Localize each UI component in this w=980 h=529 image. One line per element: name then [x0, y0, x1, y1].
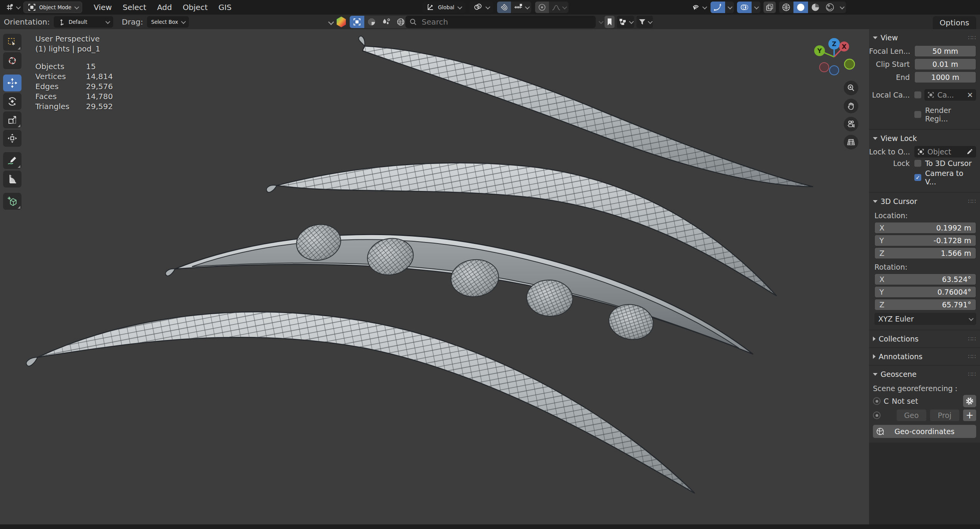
stat-row: Edges29,576 — [35, 81, 113, 91]
tool-orientation-dropdown[interactable]: Default — [54, 16, 114, 28]
camera-view-button[interactable] — [844, 117, 858, 131]
bean-pod-mesh-4[interactable] — [26, 312, 695, 493]
menu-select[interactable]: Select — [118, 1, 151, 13]
gizmo-axis-y[interactable]: Y — [814, 45, 825, 56]
rotation-mode-dropdown[interactable]: XYZ Euler — [874, 313, 976, 325]
overlays-group — [737, 2, 760, 13]
chevron-down-icon[interactable] — [599, 19, 604, 24]
gizmo-axis-z[interactable]: Z — [828, 38, 840, 50]
proj-button[interactable]: Proj — [930, 410, 960, 421]
3d-viewport-canvas[interactable] — [0, 29, 869, 524]
toolbar — [3, 34, 22, 211]
tool-transform[interactable] — [3, 130, 21, 147]
gizmo-settings-dropdown[interactable] — [725, 2, 734, 13]
snap-toggle[interactable] — [497, 2, 511, 13]
liquid-button[interactable] — [379, 16, 393, 28]
transform-orientation-dropdown[interactable]: Global — [422, 2, 465, 13]
rendered-shading-button[interactable] — [823, 2, 837, 13]
menu-view[interactable]: View — [89, 1, 116, 13]
lock-to-object-field[interactable]: Object — [914, 146, 976, 158]
select-object-type-button[interactable] — [350, 16, 364, 28]
search-input[interactable] — [421, 17, 592, 27]
show-gizmo-toggle[interactable] — [711, 2, 725, 13]
geo-button[interactable]: Geo — [897, 410, 926, 421]
gizmo-axis-neg-z[interactable] — [830, 66, 839, 75]
cursor-rotation-z[interactable]: Z65.791° — [874, 299, 976, 310]
panel-title: Geoscene — [881, 370, 917, 378]
cursor-rotation-y[interactable]: Y0.76004° — [874, 286, 976, 298]
wireframe-shading-button[interactable] — [779, 2, 793, 13]
tool-annotate[interactable] — [3, 152, 21, 169]
tool-cursor[interactable] — [3, 52, 21, 69]
camera-to-view-checkbox[interactable]: ✓ — [914, 174, 921, 181]
clip-end-field[interactable]: 1000 m — [914, 71, 976, 83]
panel-3d-cursor-header[interactable]: 3D Cursor ∷∷ — [869, 195, 980, 207]
proportional-edit-toggle[interactable] — [535, 2, 549, 13]
drag-handle-icon[interactable]: ∷∷ — [968, 371, 976, 378]
cursor-location-x[interactable]: X0.1992 m — [874, 222, 976, 234]
gizmo-axis-neg-y[interactable] — [844, 59, 854, 69]
lock-to-cursor-checkbox[interactable] — [914, 160, 921, 167]
menu-object[interactable]: Object — [178, 1, 212, 13]
render-region-checkbox[interactable] — [914, 111, 921, 118]
crs-settings-button[interactable] — [963, 395, 976, 407]
gizmo-axis-neg-x[interactable] — [820, 63, 829, 72]
tool-select-box[interactable] — [3, 34, 21, 51]
menu-gis[interactable]: GIS — [214, 1, 236, 13]
local-camera-object-field[interactable]: Ca... ✕ — [924, 89, 976, 101]
orthographic-toggle-button[interactable] — [844, 135, 858, 149]
snap-settings-dropdown[interactable] — [511, 2, 531, 13]
crs-radio[interactable] — [873, 397, 881, 405]
proportional-falloff-dropdown[interactable] — [549, 2, 568, 13]
cursor-location-y[interactable]: Y-0.1728 m — [874, 235, 976, 246]
add-crs-button[interactable]: + — [963, 410, 976, 421]
menu-add[interactable]: Add — [152, 1, 177, 13]
cursor-location-z[interactable]: Z1.566 m — [874, 247, 976, 259]
pan-button[interactable] — [844, 99, 858, 113]
bookmark-toggle[interactable] — [605, 16, 615, 28]
clip-start-field[interactable]: 0.01 m — [914, 58, 976, 70]
xray-toggle[interactable] — [764, 2, 776, 13]
drag-mode-dropdown[interactable]: Select Box — [147, 16, 189, 28]
show-overlays-toggle[interactable] — [737, 2, 752, 13]
gis-gem-icon[interactable] — [336, 16, 347, 28]
tool-scale[interactable] — [3, 111, 21, 128]
material-shading-button[interactable] — [808, 2, 823, 13]
overlays-settings-dropdown[interactable] — [752, 2, 760, 13]
panel-collapse-chevron[interactable] — [328, 19, 334, 25]
pivot-point-dropdown[interactable] — [469, 2, 493, 13]
local-camera-checkbox[interactable] — [914, 91, 921, 98]
interaction-mode-dropdown[interactable]: Object Mode — [23, 2, 82, 13]
panel-annotations-header[interactable]: Annotations ∷∷ — [869, 350, 980, 363]
panel-geoscene-header[interactable]: Geoscene ∷∷ — [869, 368, 980, 380]
tool-add-cube[interactable] — [3, 193, 21, 210]
drag-handle-icon[interactable]: ∷∷ — [968, 335, 976, 342]
gizmo-axis-x[interactable]: X — [839, 41, 849, 51]
drag-handle-icon[interactable]: ∷∷ — [968, 34, 976, 41]
matcap-button[interactable] — [364, 16, 379, 28]
panel-collections-header[interactable]: Collections ∷∷ — [869, 333, 980, 345]
display-mode-dropdown[interactable] — [617, 16, 634, 28]
cursor-rotation-x[interactable]: X63.524° — [874, 274, 976, 285]
editor-type-button[interactable] — [4, 2, 21, 13]
focal-length-field[interactable]: 50 mm — [914, 45, 976, 57]
filter-dropdown[interactable] — [636, 16, 653, 28]
geo-coordinates-button[interactable]: Geo-coordinates — [873, 425, 976, 438]
eyedropper-icon[interactable] — [966, 148, 973, 155]
drag-handle-icon[interactable]: ∷∷ — [968, 198, 976, 205]
tool-measure[interactable] — [3, 171, 21, 187]
drag-handle-icon[interactable]: ∷∷ — [968, 353, 976, 360]
show-hide-dropdown[interactable] — [689, 2, 707, 13]
tool-move[interactable] — [3, 75, 21, 91]
navigation-gizmo[interactable]: Y Z X — [800, 32, 862, 78]
tool-rotate[interactable] — [3, 93, 21, 110]
shading-settings-dropdown[interactable] — [837, 2, 846, 13]
panel-view-header[interactable]: View ∷∷ — [869, 32, 980, 44]
solid-shading-button[interactable] — [793, 2, 808, 13]
geo-proj-radio[interactable] — [873, 411, 881, 419]
3d-viewport[interactable]: User Perspective (1) lights | pod_1 Obje… — [0, 29, 869, 524]
zoom-button[interactable] — [844, 81, 858, 95]
close-icon[interactable]: ✕ — [967, 91, 973, 99]
panel-view-lock-header[interactable]: View Lock — [869, 132, 980, 144]
options-tab[interactable]: Options — [933, 16, 976, 29]
